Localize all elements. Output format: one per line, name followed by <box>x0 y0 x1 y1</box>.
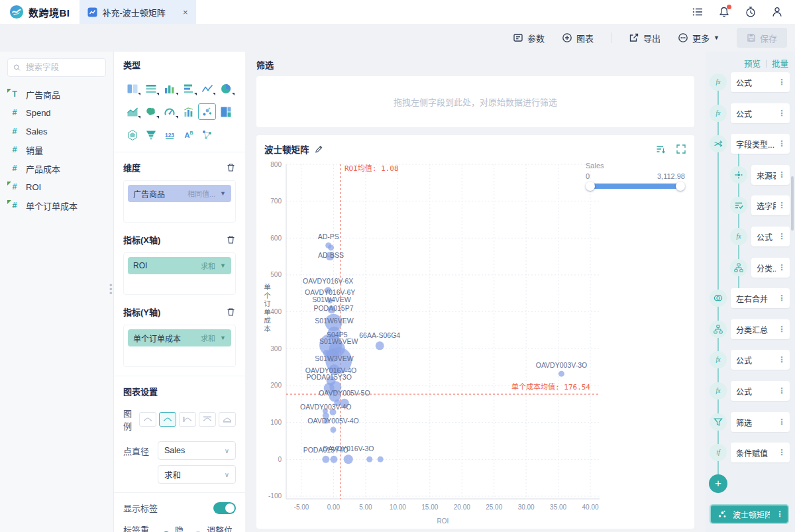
x-metric-pill[interactable]: ROI 求和 ▼ <box>128 257 231 274</box>
field-item[interactable]: #Sales <box>0 122 113 140</box>
chart-type-pie-icon[interactable] <box>217 80 235 97</box>
more-menu-icon[interactable]: ⋮ <box>776 386 788 396</box>
export-button[interactable]: 导出 <box>629 32 661 44</box>
chart-type-treemap-icon[interactable] <box>217 103 235 120</box>
source-icon[interactable] <box>730 166 747 184</box>
pipeline-node[interactable]: 公式⋮ <box>731 72 790 92</box>
fx-icon[interactable]: fx <box>710 74 727 91</box>
tab-close-icon[interactable]: × <box>183 7 188 17</box>
batch-link[interactable]: 批量 <box>772 57 788 70</box>
chart-type-wordcloud-icon[interactable]: AB <box>180 127 197 143</box>
caret-down-icon[interactable]: ▼ <box>220 262 226 269</box>
more-menu-icon[interactable]: ⋮ <box>774 509 786 519</box>
more-menu-icon[interactable]: ⋮ <box>776 325 788 334</box>
dimension-dropzone[interactable]: 广告商品 相同值... ▼ <box>123 180 236 223</box>
pipeline-node[interactable]: 条件赋值⋮ <box>731 443 790 462</box>
tab-boston-matrix[interactable]: 补充-波士顿矩阵 × <box>80 0 196 24</box>
dimension-pill[interactable]: 广告商品 相同值... ▼ <box>128 185 231 202</box>
pipeline-node[interactable]: 公式⋮ <box>731 103 790 123</box>
add-chart-button[interactable]: 图表 <box>562 32 594 44</box>
field-item[interactable]: T广告商品 <box>0 85 113 103</box>
trash-icon[interactable] <box>226 162 236 172</box>
chart-type-gauge-icon[interactable] <box>161 103 179 120</box>
point-diameter-field-select[interactable]: Sales ∨ <box>158 441 236 460</box>
chart-type-map-icon[interactable] <box>142 103 160 120</box>
sort-icon[interactable] <box>655 144 666 154</box>
field-item[interactable]: #Spend <box>0 103 113 122</box>
pipeline-node[interactable]: 公式⋮ <box>751 227 790 246</box>
pipeline-node[interactable]: 选字段⋮ <box>751 195 790 215</box>
select-fields-icon[interactable] <box>730 197 747 214</box>
legend-position-button-3[interactable] <box>199 412 216 427</box>
field-item[interactable]: #销量 <box>0 140 113 159</box>
point-diameter-agg-select[interactable]: 求和 ∨ <box>158 465 236 484</box>
chart-type-line-icon[interactable] <box>198 80 216 97</box>
chart-type-funnel-icon[interactable] <box>142 127 160 143</box>
tree-icon[interactable] <box>710 321 727 338</box>
slider-knob-left[interactable] <box>586 182 595 191</box>
filter-icon[interactable] <box>710 413 727 431</box>
more-menu-icon[interactable]: ⋮ <box>776 139 788 148</box>
legend-position-button-4[interactable] <box>219 412 236 427</box>
more-menu-icon[interactable]: ⋮ <box>776 170 788 180</box>
pipeline-node[interactable]: 分类汇总⋮ <box>731 319 790 339</box>
chart-type-scatter-icon[interactable] <box>198 103 216 120</box>
chart-type-radar-icon[interactable] <box>123 127 141 143</box>
x-metric-dropzone[interactable]: ROI 求和 ▼ <box>123 252 236 295</box>
chart-type-table-icon[interactable] <box>123 80 141 97</box>
add-step-button[interactable]: + <box>709 474 727 493</box>
pipeline-node-boston-matrix[interactable]: 波士顿矩阵 ⋮ <box>710 504 789 524</box>
shuffle-icon[interactable] <box>710 135 727 152</box>
tree-icon[interactable] <box>730 259 747 276</box>
more-menu-icon[interactable]: ⋮ <box>776 109 788 118</box>
more-menu-icon[interactable]: ⋮ <box>776 417 788 427</box>
legend-position-button-1[interactable] <box>159 412 176 427</box>
field-item[interactable]: #产品成本 <box>0 159 113 178</box>
fx-icon[interactable]: fx <box>710 382 727 399</box>
pipeline-node[interactable]: 来源表⋮ <box>751 165 790 185</box>
caret-down-icon[interactable]: ▼ <box>220 190 226 197</box>
params-button[interactable]: 参数 <box>513 32 545 44</box>
scrollbar-thumb[interactable] <box>791 176 794 231</box>
more-menu-icon[interactable]: ⋮ <box>776 232 788 241</box>
y-metric-pill[interactable]: 单个订单成本 求和 ▼ <box>128 329 231 346</box>
field-item[interactable]: #单个订单成本 <box>0 196 113 215</box>
chart-type-hbar-icon[interactable] <box>180 80 197 97</box>
field-item[interactable]: #ROI <box>0 178 113 196</box>
more-button[interactable]: 更多 ▼ <box>678 32 719 44</box>
more-menu-icon[interactable]: ⋮ <box>776 263 788 272</box>
fx-icon[interactable]: fx <box>710 105 727 122</box>
legend-position-button-2[interactable] <box>179 412 196 427</box>
more-menu-icon[interactable]: ⋮ <box>776 293 788 303</box>
more-menu-icon[interactable]: ⋮ <box>776 355 788 364</box>
more-menu-icon[interactable]: ⋮ <box>776 201 788 210</box>
merge-icon[interactable] <box>710 290 727 307</box>
y-metric-dropzone[interactable]: 单个订单成本 求和 ▼ <box>123 325 236 367</box>
show-labels-toggle[interactable] <box>213 502 236 514</box>
trash-icon[interactable] <box>226 235 236 244</box>
pipeline-node[interactable]: 左右合并⋮ <box>731 288 790 308</box>
caret-down-icon[interactable]: ▼ <box>220 335 226 341</box>
slider-knob-right[interactable] <box>676 182 685 191</box>
chart-type-number-card-icon[interactable]: 123 <box>161 127 179 143</box>
more-menu-icon[interactable]: ⋮ <box>776 448 788 457</box>
user-icon[interactable] <box>771 6 783 18</box>
chart-type-relation-icon[interactable] <box>198 127 216 143</box>
search-input[interactable] <box>25 62 100 73</box>
chart-type-combo-icon[interactable] <box>180 103 197 120</box>
if-icon[interactable]: if <box>710 444 727 461</box>
legend-range-slider[interactable] <box>586 182 685 191</box>
panel-resize-handle[interactable]: ••• <box>109 284 113 295</box>
expand-icon[interactable] <box>676 144 686 154</box>
pipeline-node[interactable]: 公式⋮ <box>731 350 790 370</box>
pipeline-node[interactable]: 公式⋮ <box>731 381 790 401</box>
edit-pencil-icon[interactable] <box>314 144 323 154</box>
pipeline-node[interactable]: 分类...⋮ <box>751 258 790 278</box>
field-search[interactable] <box>7 58 106 77</box>
pipeline-node[interactable]: 筛选⋮ <box>731 412 790 432</box>
chart-type-bar-icon[interactable] <box>161 80 179 97</box>
task-list-icon[interactable] <box>692 6 704 18</box>
chart-type-area-icon[interactable] <box>123 103 141 120</box>
chart-type-pivot-table-icon[interactable] <box>142 80 160 97</box>
legend-position-button-0[interactable] <box>139 412 156 427</box>
